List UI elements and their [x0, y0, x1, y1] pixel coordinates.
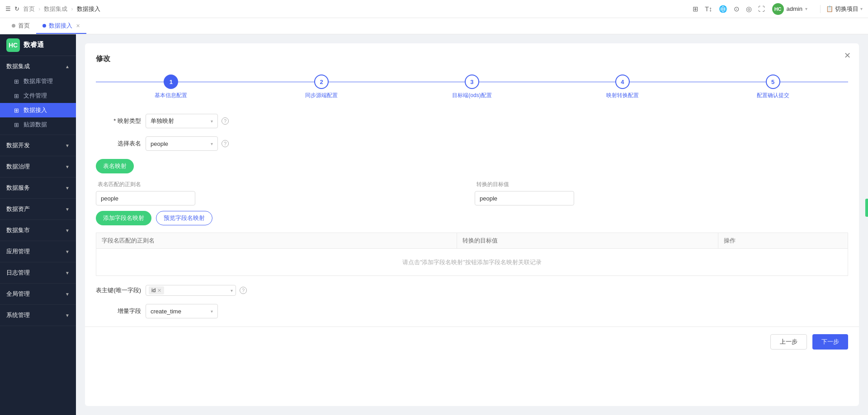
- bottom-bar: 上一步 下一步: [85, 326, 859, 357]
- form-row-mapping-type: * 映射类型 单独映射 ▾ ?: [96, 114, 848, 128]
- primary-key-tag-input[interactable]: id ✕ ▾: [146, 285, 236, 296]
- user-area[interactable]: HC admin ▾: [772, 3, 807, 15]
- logo-icon: HC: [6, 38, 20, 52]
- fullscreen-icon[interactable]: ⛶: [758, 5, 765, 13]
- field-col3-header: 操作: [718, 233, 848, 249]
- sidebar-group-market[interactable]: 数据集市 ▼: [0, 223, 76, 238]
- chevron-service-icon: ▼: [65, 186, 70, 191]
- tab-close-icon[interactable]: ✕: [76, 23, 80, 29]
- sidebar-item-file-label: 文件管理: [24, 92, 47, 100]
- regex-row: 表名匹配的正则名 转换的目标值: [96, 181, 848, 205]
- regex-target-col: 转换的目标值: [475, 181, 848, 205]
- sidebar-group-assets[interactable]: 数据资产 ▼: [0, 201, 76, 217]
- switch-dropdown-icon: ▾: [860, 6, 863, 11]
- field-col2-header: 转换的目标值: [457, 233, 718, 249]
- form-control-primary-key: id ✕ ▾ ?: [146, 285, 247, 296]
- sidebar-group-service[interactable]: 数据服务 ▼: [0, 180, 76, 196]
- increment-arrow: ▾: [211, 309, 213, 314]
- sidebar-item-db-management[interactable]: ⊞ 数据库管理: [0, 74, 76, 89]
- step-circle-2: 2: [314, 75, 329, 89]
- tab-data-access[interactable]: 数据接入 ✕: [36, 19, 86, 34]
- add-field-btn[interactable]: 添加字段名映射: [96, 211, 151, 225]
- sidebar-item-data-access-label: 数据接入: [24, 106, 47, 114]
- field-col1-header: 字段名匹配的正则名: [96, 233, 457, 249]
- step-5: 5 配置确认提交: [698, 75, 848, 99]
- switch-project-btn[interactable]: 📋 切换项目 ▾: [820, 5, 863, 13]
- sidebar-item-file-management[interactable]: ⊞ 文件管理: [0, 89, 76, 103]
- primary-key-help-icon[interactable]: ?: [240, 287, 247, 294]
- table-select-help-icon[interactable]: ?: [222, 140, 229, 147]
- card-title: 修改: [96, 54, 848, 64]
- breadcrumb-sep2: ›: [71, 5, 73, 12]
- tab-home[interactable]: 首页: [5, 19, 36, 34]
- primary-key-label: 表主键(唯一字段): [96, 286, 141, 294]
- table-mapping-section: 表名映射: [96, 159, 848, 173]
- step-label-1: 基本信息配置: [155, 92, 187, 99]
- circle-icon[interactable]: ◎: [746, 5, 752, 13]
- github-icon[interactable]: ⊙: [734, 5, 740, 13]
- sidebar-item-source-data[interactable]: ⊞ 贴源数据: [0, 117, 76, 132]
- file-mgmt-icon: ⊞: [13, 93, 20, 99]
- primary-key-tag-close[interactable]: ✕: [157, 288, 161, 294]
- sidebar-section-market: 数据集市 ▼: [0, 220, 76, 241]
- mapping-type-select[interactable]: 单独映射 ▾: [146, 114, 218, 128]
- sidebar-group-app-label: 应用管理: [6, 247, 30, 256]
- form-control-table: people ▾ ?: [146, 136, 229, 151]
- increment-select[interactable]: create_time ▾: [146, 304, 218, 318]
- step-label-3: 目标端(ods)配置: [452, 92, 491, 99]
- card-close-btn[interactable]: ✕: [844, 51, 851, 60]
- sidebar-group-dev[interactable]: 数据开发 ▼: [0, 138, 76, 153]
- topbar-icons: ⊞ T↕ 🌐 ⊙ ◎ ⛶: [693, 5, 765, 13]
- form-row-primary-key: 表主键(唯一字段) id ✕ ▾ ?: [96, 285, 848, 296]
- primary-key-dropdown-icon[interactable]: ▾: [231, 288, 233, 293]
- tab-home-dot: [12, 24, 15, 28]
- step-circle-1: 1: [164, 75, 178, 89]
- sidebar-group-global[interactable]: 全局管理 ▼: [0, 286, 76, 302]
- sidebar-logo: HC 数睿通: [0, 34, 76, 56]
- stepper: 1 基本信息配置 2 同步源端配置 3 目标端(ods)配置 4 映射转换配置 …: [96, 75, 848, 99]
- sidebar-item-db-label: 数据库管理: [24, 77, 53, 85]
- step-circle-4: 4: [615, 75, 630, 89]
- prev-btn[interactable]: 上一步: [770, 334, 807, 350]
- sidebar-section-integration: 数据集成 ▲ ⊞ 数据库管理 ⊞ 文件管理 ⊞ 数据接入 ⊞ 贴源数据: [0, 56, 76, 135]
- sidebar-group-integration[interactable]: 数据集成 ▲: [0, 59, 76, 74]
- source-data-icon: ⊞: [13, 121, 20, 128]
- sidebar-group-assets-label: 数据资产: [6, 205, 30, 213]
- breadcrumb-home[interactable]: 首页: [23, 5, 35, 13]
- sidebar-group-global-label: 全局管理: [6, 290, 30, 298]
- field-empty-msg: 请点击"添加字段名映射"按钮添加字段名映射关联记录: [96, 249, 848, 276]
- table-select-value: people: [151, 140, 168, 147]
- sidebar-group-app[interactable]: 应用管理 ▼: [0, 244, 76, 259]
- sidebar-group-log-label: 日志管理: [6, 269, 30, 277]
- sidebar-section-app: 应用管理 ▼: [0, 241, 76, 262]
- regex-source-input[interactable]: [96, 191, 195, 205]
- field-mapping-btns: 添加字段名映射 预览字段名映射: [96, 211, 848, 225]
- preview-field-btn[interactable]: 预览字段名映射: [156, 211, 212, 225]
- regex-target-input[interactable]: [475, 191, 574, 205]
- sidebar-group-system[interactable]: 系统管理 ▼: [0, 308, 76, 323]
- sidebar-group-govern[interactable]: 数据治理 ▼: [0, 159, 76, 174]
- sidebar-group-govern-label: 数据治理: [6, 163, 30, 171]
- step-label-5: 配置确认提交: [757, 92, 789, 99]
- sidebar-group-log[interactable]: 日志管理 ▼: [0, 265, 76, 280]
- file-icon: 📋: [826, 5, 833, 12]
- sidebar-item-data-access[interactable]: ⊞ 数据接入: [0, 103, 76, 117]
- breadcrumb-parent[interactable]: 数据集成: [44, 5, 67, 13]
- sidebar-item-source-label: 贴源数据: [24, 121, 47, 129]
- step-2: 2 同步源端配置: [246, 75, 397, 99]
- refresh-icon[interactable]: ↻: [14, 5, 19, 12]
- globe-icon[interactable]: 🌐: [719, 5, 727, 13]
- table-select[interactable]: people ▾: [146, 136, 218, 151]
- menu-icon[interactable]: ☰: [5, 5, 11, 12]
- form-row-table-select: 选择表名 people ▾ ?: [96, 136, 848, 151]
- text-icon[interactable]: T↕: [705, 5, 712, 13]
- step-1: 1 基本信息配置: [96, 75, 246, 99]
- step-circle-5: 5: [766, 75, 780, 89]
- table-mapping-btn[interactable]: 表名映射: [96, 159, 134, 173]
- main-card: 修改 ✕ 1 基本信息配置 2 同步源端配置 3 目标端(ods)配置 4: [85, 43, 859, 406]
- mapping-type-help-icon[interactable]: ?: [222, 117, 229, 125]
- next-btn[interactable]: 下一步: [812, 334, 848, 350]
- step-label-4: 映射转换配置: [606, 92, 639, 99]
- chevron-log-icon: ▼: [65, 270, 70, 275]
- table-icon[interactable]: ⊞: [693, 5, 698, 13]
